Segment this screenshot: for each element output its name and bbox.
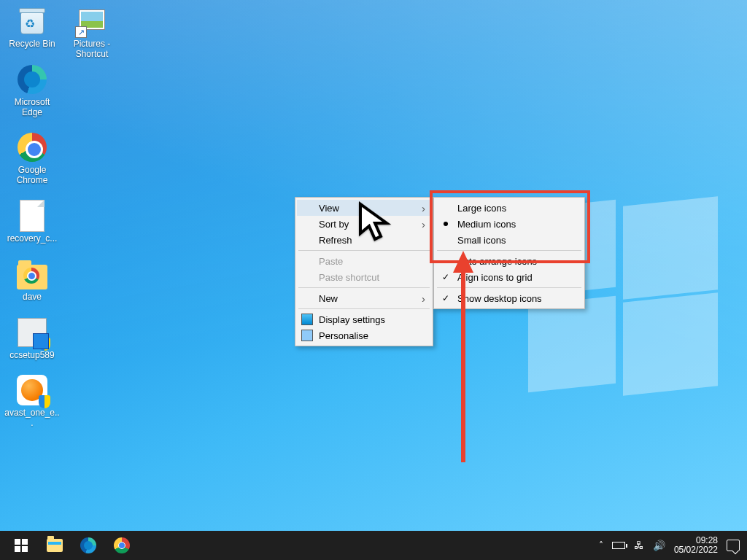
text-file-icon <box>15 199 49 233</box>
chrome-icon <box>114 537 130 553</box>
display-settings-icon <box>301 314 313 325</box>
desktop-icons-column-2: ↗ Pictures - Shortcut <box>64 4 120 60</box>
menu-item-label: Paste <box>319 256 343 267</box>
view-submenu: Large icons Medium icons Small icons Aut… <box>433 197 585 309</box>
desktop-icon-dave-folder[interactable]: dave <box>4 257 60 303</box>
start-button[interactable] <box>4 531 38 560</box>
desktop-icon-microsoft-edge[interactable]: Microsoft Edge <box>4 63 60 118</box>
taskbar-clock[interactable]: 09:28 05/02/2022 <box>674 536 718 555</box>
menu-item-label: Personalise <box>319 330 368 341</box>
system-tray: ˄ 🖧 🔊 09:28 05/02/2022 <box>599 536 743 555</box>
menu-separator <box>437 250 581 251</box>
chrome-icon <box>15 131 49 164</box>
menu-item-label: Show desktop icons <box>457 293 542 304</box>
menu-item-label: Display settings <box>319 314 385 325</box>
taskbar-file-explorer[interactable] <box>38 531 71 560</box>
volume-icon[interactable]: 🔊 <box>653 540 665 551</box>
menu-separator <box>298 308 430 309</box>
desktop-icons-column-1: ♻ Recycle Bin Microsoft Edge Google Chro… <box>4 4 60 429</box>
file-explorer-icon <box>47 539 63 552</box>
menu-item-label: Small icons <box>457 235 506 246</box>
menu-item-label: Align icons to grid <box>457 272 533 283</box>
folder-chrome-icon <box>15 257 49 291</box>
recycle-bin-icon: ♻ <box>15 4 49 38</box>
menu-item-label: Sort by <box>319 219 349 230</box>
desktop-context-menu: View Sort by Refresh Paste Paste shortcu… <box>295 197 433 346</box>
submenu-item-show-desktop-icons[interactable]: Show desktop icons <box>436 290 583 306</box>
battery-icon[interactable] <box>612 542 625 549</box>
edge-icon <box>15 63 49 96</box>
icon-label: recovery_c... <box>7 234 58 244</box>
icon-label: dave <box>23 292 42 303</box>
icon-label: avast_one_e... <box>4 408 60 429</box>
menu-item-label: Paste shortcut <box>319 272 379 283</box>
menu-item-label: Auto arrange icons <box>457 256 537 267</box>
menu-item-paste-shortcut: Paste shortcut <box>297 269 431 285</box>
installer-box-icon <box>15 316 49 349</box>
desktop-icon-google-chrome[interactable]: Google Chrome <box>4 131 60 186</box>
menu-item-refresh[interactable]: Refresh <box>297 232 431 248</box>
menu-item-label: Refresh <box>319 235 352 246</box>
desktop-icon-recycle-bin[interactable]: ♻ Recycle Bin <box>4 4 60 50</box>
menu-item-view[interactable]: View <box>297 200 431 216</box>
desktop-icon-avast-one[interactable]: avast_one_e... <box>4 373 60 429</box>
menu-item-label: View <box>319 203 339 214</box>
icon-label: Recycle Bin <box>9 39 55 50</box>
tray-overflow-button[interactable]: ˄ <box>599 540 603 551</box>
icon-label: Microsoft Edge <box>4 98 60 118</box>
desktop-icon-pictures-shortcut[interactable]: ↗ Pictures - Shortcut <box>64 4 120 60</box>
submenu-item-auto-arrange[interactable]: Auto arrange icons <box>436 253 583 269</box>
windows-start-icon <box>15 539 28 552</box>
menu-item-new[interactable]: New <box>297 290 431 306</box>
menu-item-label: Large icons <box>457 203 506 214</box>
submenu-item-medium-icons[interactable]: Medium icons <box>436 216 583 232</box>
menu-item-label: New <box>319 293 338 304</box>
taskbar: ˄ 🖧 🔊 09:28 05/02/2022 <box>0 531 747 560</box>
submenu-item-align-to-grid[interactable]: Align icons to grid <box>436 269 583 285</box>
icon-label: Pictures - Shortcut <box>64 39 120 60</box>
menu-separator <box>298 287 430 288</box>
avast-icon <box>15 373 49 407</box>
icon-label: ccsetup589 <box>9 351 54 361</box>
icon-label: Google Chrome <box>4 166 60 186</box>
menu-item-personalise[interactable]: Personalise <box>297 327 431 343</box>
pictures-shortcut-icon: ↗ <box>75 4 109 38</box>
taskbar-chrome[interactable] <box>105 531 139 560</box>
taskbar-edge[interactable] <box>71 531 105 560</box>
desktop-icon-recovery-file[interactable]: recovery_c... <box>4 199 60 244</box>
personalise-icon <box>301 330 313 341</box>
desktop-icon-ccsetup589[interactable]: ccsetup589 <box>4 316 60 361</box>
menu-item-sort-by[interactable]: Sort by <box>297 216 431 232</box>
network-icon[interactable]: 🖧 <box>634 540 644 551</box>
edge-icon <box>80 537 96 553</box>
menu-item-label: Medium icons <box>457 219 516 230</box>
menu-item-display-settings[interactable]: Display settings <box>297 311 431 327</box>
clock-date: 05/02/2022 <box>674 545 718 555</box>
submenu-item-small-icons[interactable]: Small icons <box>436 232 583 248</box>
menu-item-paste: Paste <box>297 253 431 269</box>
menu-separator <box>298 250 430 251</box>
menu-separator <box>437 287 581 288</box>
submenu-item-large-icons[interactable]: Large icons <box>436 200 583 216</box>
action-center-button[interactable] <box>727 540 740 551</box>
